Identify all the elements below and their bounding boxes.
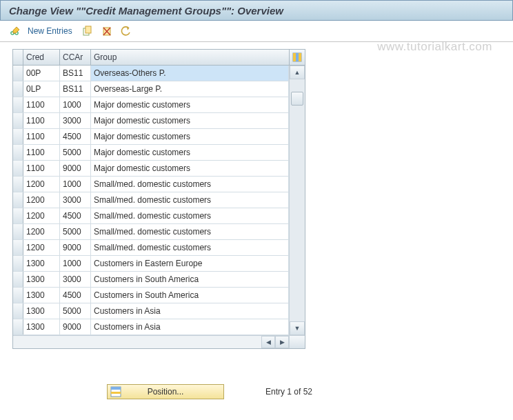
cell-cred[interactable]: 1100 bbox=[23, 145, 60, 160]
cell-cred[interactable]: 1100 bbox=[23, 129, 60, 144]
cell-cred[interactable]: 1300 bbox=[23, 319, 60, 334]
cell-group[interactable]: Small/med. domestic customers bbox=[91, 240, 289, 255]
delete-button[interactable] bbox=[99, 23, 115, 39]
cell-cred[interactable]: 1200 bbox=[23, 224, 60, 239]
cell-cred[interactable]: 1100 bbox=[23, 161, 60, 176]
table-row[interactable]: 13001000Customers in Eastern Europe bbox=[13, 256, 289, 272]
cell-ccar[interactable]: BS11 bbox=[60, 66, 91, 81]
cell-cred[interactable]: 1200 bbox=[23, 192, 60, 208]
cell-group[interactable]: Customers in Asia bbox=[91, 303, 289, 319]
cell-group[interactable]: Overseas-Large P. bbox=[91, 81, 289, 97]
cell-cred[interactable]: 1300 bbox=[23, 303, 60, 319]
toggle-edit-button[interactable] bbox=[7, 23, 23, 39]
table-row[interactable]: 00PBS11Overseas-Others P. bbox=[13, 66, 289, 81]
cell-group[interactable]: Major domestic customers bbox=[91, 145, 289, 160]
table-row[interactable]: 11004500Major domestic customers bbox=[13, 129, 289, 145]
row-selector[interactable] bbox=[13, 208, 23, 223]
cell-group[interactable]: Major domestic customers bbox=[91, 113, 289, 128]
cell-group[interactable]: Major domestic customers bbox=[91, 97, 289, 112]
row-selector[interactable] bbox=[13, 113, 23, 128]
undo-button[interactable] bbox=[118, 23, 134, 39]
scroll-left-button[interactable]: ◀ bbox=[261, 336, 275, 348]
horizontal-scrollbar[interactable]: ◀ ▶ bbox=[13, 335, 305, 348]
cell-ccar[interactable]: 4500 bbox=[60, 129, 91, 144]
scroll-thumb[interactable] bbox=[291, 92, 303, 106]
column-header-cred[interactable]: Cred bbox=[23, 50, 60, 65]
row-selector[interactable] bbox=[13, 240, 23, 255]
cell-group[interactable]: Customers in Asia bbox=[91, 319, 289, 334]
cell-group[interactable]: Major domestic customers bbox=[91, 161, 289, 176]
cell-ccar[interactable]: 5000 bbox=[60, 303, 91, 319]
cell-ccar[interactable]: 9000 bbox=[60, 161, 91, 176]
new-entries-button[interactable]: New Entries bbox=[28, 26, 72, 36]
cell-group[interactable]: Small/med. domestic customers bbox=[91, 192, 289, 208]
row-selector[interactable] bbox=[13, 81, 23, 97]
cell-cred[interactable]: 1300 bbox=[23, 272, 60, 287]
scroll-right-button[interactable]: ▶ bbox=[275, 336, 289, 348]
row-selector[interactable] bbox=[13, 256, 23, 271]
row-selector[interactable] bbox=[13, 319, 23, 334]
table-row[interactable]: 11001000Major domestic customers bbox=[13, 97, 289, 113]
cell-group[interactable]: Small/med. domestic customers bbox=[91, 177, 289, 192]
row-selector[interactable] bbox=[13, 129, 23, 144]
table-row[interactable]: 11005000Major domestic customers bbox=[13, 145, 289, 161]
row-selector[interactable] bbox=[13, 272, 23, 287]
cell-group[interactable]: Overseas-Others P. bbox=[91, 66, 289, 81]
cell-ccar[interactable]: 1000 bbox=[60, 177, 91, 192]
table-row[interactable]: 12004500Small/med. domestic customers bbox=[13, 208, 289, 224]
row-selector[interactable] bbox=[13, 288, 23, 303]
row-selector[interactable] bbox=[13, 145, 23, 160]
cell-cred[interactable]: 1100 bbox=[23, 113, 60, 128]
cell-group[interactable]: Small/med. domestic customers bbox=[91, 224, 289, 239]
cell-cred[interactable]: 1300 bbox=[23, 288, 60, 303]
cell-ccar[interactable]: 9000 bbox=[60, 319, 91, 334]
cell-ccar[interactable]: 5000 bbox=[60, 145, 91, 160]
row-selector[interactable] bbox=[13, 66, 23, 81]
row-selector[interactable] bbox=[13, 161, 23, 176]
table-row[interactable]: 13003000Customers in South America bbox=[13, 272, 289, 288]
scroll-up-button[interactable]: ▲ bbox=[290, 66, 305, 79]
position-button[interactable]: Position... bbox=[107, 384, 224, 399]
cell-ccar[interactable]: 3000 bbox=[60, 272, 91, 287]
row-selector[interactable] bbox=[13, 303, 23, 319]
cell-group[interactable]: Customers in South America bbox=[91, 272, 289, 287]
table-row[interactable]: 12005000Small/med. domestic customers bbox=[13, 224, 289, 240]
table-config-button[interactable] bbox=[290, 50, 305, 65]
table-row[interactable]: 12009000Small/med. domestic customers bbox=[13, 240, 289, 256]
cell-ccar[interactable]: 9000 bbox=[60, 240, 91, 255]
table-row[interactable]: 11009000Major domestic customers bbox=[13, 161, 289, 177]
row-selector[interactable] bbox=[13, 97, 23, 112]
table-row[interactable]: 11003000Major domestic customers bbox=[13, 113, 289, 129]
cell-ccar[interactable]: BS11 bbox=[60, 81, 91, 97]
cell-cred[interactable]: 00P bbox=[23, 66, 60, 81]
table-row[interactable]: 12001000Small/med. domestic customers bbox=[13, 177, 289, 192]
table-row[interactable]: 13009000Customers in Asia bbox=[13, 319, 289, 335]
cell-group[interactable]: Customers in South America bbox=[91, 288, 289, 303]
table-row[interactable]: 13004500Customers in South America bbox=[13, 288, 289, 303]
column-header-group[interactable]: Group bbox=[91, 50, 290, 65]
scroll-down-button[interactable]: ▼ bbox=[290, 321, 305, 335]
table-row[interactable]: 0LPBS11Overseas-Large P. bbox=[13, 81, 289, 97]
row-selector[interactable] bbox=[13, 224, 23, 239]
cell-ccar[interactable]: 1000 bbox=[60, 256, 91, 271]
row-selector[interactable] bbox=[13, 192, 23, 208]
cell-cred[interactable]: 1100 bbox=[23, 97, 60, 112]
cell-cred[interactable]: 0LP bbox=[23, 81, 60, 97]
scroll-track[interactable] bbox=[290, 79, 305, 321]
cell-ccar[interactable]: 1000 bbox=[60, 97, 91, 112]
table-row[interactable]: 13005000Customers in Asia bbox=[13, 303, 289, 319]
cell-ccar[interactable]: 3000 bbox=[60, 192, 91, 208]
row-selector[interactable] bbox=[13, 177, 23, 192]
table-row[interactable]: 12003000Small/med. domestic customers bbox=[13, 192, 289, 208]
cell-ccar[interactable]: 3000 bbox=[60, 113, 91, 128]
row-selector-header[interactable] bbox=[13, 50, 23, 65]
cell-ccar[interactable]: 5000 bbox=[60, 224, 91, 239]
cell-ccar[interactable]: 4500 bbox=[60, 208, 91, 223]
cell-cred[interactable]: 1200 bbox=[23, 177, 60, 192]
cell-group[interactable]: Customers in Eastern Europe bbox=[91, 256, 289, 271]
column-header-ccar[interactable]: CCAr bbox=[60, 50, 91, 65]
cell-cred[interactable]: 1300 bbox=[23, 256, 60, 271]
copy-button[interactable] bbox=[79, 23, 96, 39]
cell-group[interactable]: Major domestic customers bbox=[91, 129, 289, 144]
cell-ccar[interactable]: 4500 bbox=[60, 288, 91, 303]
